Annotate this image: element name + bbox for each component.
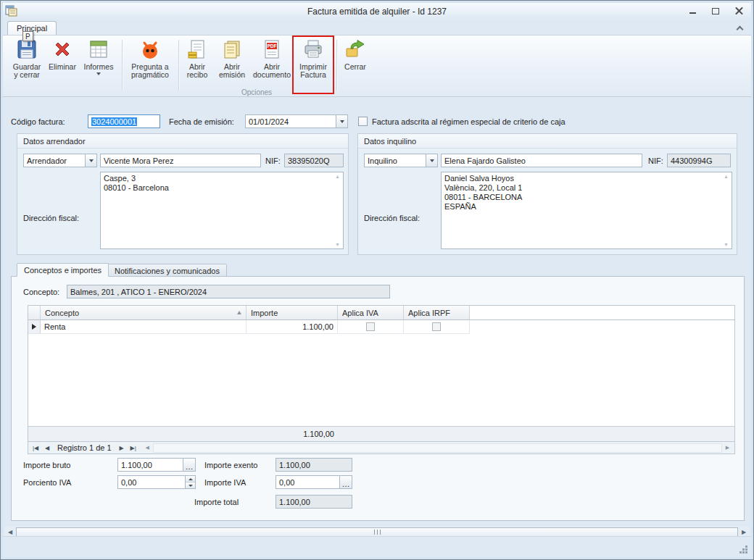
resize-grip-icon[interactable]	[745, 551, 747, 553]
column-header-aplica-irpf[interactable]: Aplica IRPF	[404, 306, 470, 320]
close-button[interactable]	[731, 5, 747, 17]
title-bar[interactable]: Factura emitida de alquiler - Id 1237	[3, 3, 751, 20]
inquilino-direccion-input[interactable]: Daniel Salva Hoyos València, 220, Local …	[441, 172, 732, 249]
cell-aplica-iva[interactable]	[338, 320, 404, 334]
svg-text:PDF: PDF	[268, 43, 277, 49]
informes-button[interactable]: Informes	[80, 38, 117, 90]
importe-iva-input[interactable]: 0,00 …	[276, 475, 352, 489]
fecha-emision-input[interactable]: 01/01/2024	[245, 114, 348, 128]
ellipsis-button[interactable]: …	[339, 476, 352, 488]
spin-down-button[interactable]	[186, 482, 195, 488]
prev-record-button[interactable]: ◀	[41, 445, 53, 451]
receipt-document-icon	[186, 38, 209, 61]
inquilino-nombre-input[interactable]: Elena Fajardo Galisteo	[441, 154, 642, 167]
scroll-right-icon[interactable]: ▶	[722, 445, 733, 451]
scroll-right-icon[interactable]: ▶	[738, 529, 750, 535]
grid-horizontal-scrollbar[interactable]: ◀ ▶	[142, 443, 733, 453]
arrendador-direccion-label: Dirección fiscal:	[23, 214, 79, 222]
cerrar-button[interactable]: Cerrar	[339, 38, 371, 90]
importe-total-label: Importe total	[194, 498, 239, 506]
scroll-down-icon[interactable]: ▼	[724, 242, 735, 247]
minimize-button[interactable]	[684, 5, 700, 17]
report-table-icon	[87, 38, 110, 61]
arrendador-direccion-input[interactable]: Caspe, 3 08010 - Barcelona	[100, 172, 344, 249]
pragmatico-mascot-icon	[138, 38, 162, 61]
regimen-caja-label: Factura adscrita al régimen especial de …	[372, 117, 566, 126]
abrir-documento-button[interactable]: PDF Abrir documento	[251, 38, 293, 90]
cell-concepto[interactable]: Renta	[41, 320, 246, 334]
minimize-icon	[689, 12, 696, 14]
scroll-up-icon[interactable]: ▲	[335, 174, 347, 179]
next-record-button[interactable]: ▶	[116, 445, 128, 451]
informes-label: Informes	[84, 63, 114, 71]
abrir-emision-label: Abrir emisión	[215, 63, 249, 79]
pregunta-pragmatico-button[interactable]: Pregunta a pragmático	[125, 38, 175, 90]
column-header-aplica-iva[interactable]: Aplica IVA	[338, 306, 404, 320]
date-dropdown-button[interactable]	[336, 115, 347, 128]
spinner-buttons[interactable]	[185, 476, 195, 488]
column-header-importe[interactable]: Importe	[246, 306, 338, 320]
application-window: Factura emitida de alquiler - Id 1237 Pr…	[0, 0, 754, 560]
arrendador-nombre-input[interactable]: Vicente Mora Perez	[100, 154, 261, 167]
grid-header-filler	[470, 306, 734, 320]
column-header-concepto[interactable]: Concepto	[41, 306, 246, 320]
sort-ascending-icon	[237, 311, 241, 314]
cell-aplica-irpf[interactable]	[404, 320, 470, 334]
datos-inquilino-group: Datos inquilino Inquilino Elena Fajardo …	[357, 133, 737, 255]
first-record-button[interactable]: |◀	[30, 445, 41, 451]
abrir-recibo-button[interactable]: Abrir recibo	[181, 38, 213, 90]
conceptos-tab-panel: Concepto: Balmes, 201 , ATICO 1 - ENERO/…	[11, 276, 745, 521]
datos-inquilino-title: Datos inquilino	[358, 134, 737, 149]
concepto-input[interactable]: Balmes, 201 , ATICO 1 - ENERO/2024	[67, 285, 390, 298]
codigo-factura-input[interactable]: 3024000001	[88, 114, 160, 128]
inquilino-nif-label: NIF:	[648, 156, 663, 165]
keytip-badge: P	[22, 31, 33, 41]
eliminar-button[interactable]: Eliminar	[46, 38, 78, 90]
scroll-down-icon[interactable]: ▼	[335, 242, 347, 247]
grid-header-row: Concepto Importe Aplica IVA Aplica IRPF	[28, 306, 734, 320]
close-icon	[735, 7, 743, 15]
spin-up-button[interactable]	[186, 476, 195, 482]
grid-row-renta[interactable]: Renta 1.100,00	[28, 320, 734, 334]
tab-notificaciones-comunicados[interactable]: Notificaciones y comunicados	[107, 264, 227, 277]
selected-text: 3024000001	[91, 117, 137, 126]
row-indicator-icon	[32, 324, 36, 330]
arrendador-selector[interactable]: Arrendador	[23, 154, 97, 167]
annotation-highlight-box	[292, 35, 334, 94]
grid-indicator-header	[28, 306, 41, 320]
importe-total-input[interactable]: 1.100,00	[276, 495, 352, 509]
maximize-icon	[712, 8, 719, 14]
ribbon-tab-row: Principal	[3, 20, 751, 35]
scroll-left-icon[interactable]: ◀	[142, 445, 153, 451]
conceptos-grid: Concepto Importe Aplica IVA Aplica IRPF …	[28, 305, 735, 442]
maximize-button[interactable]	[708, 5, 724, 17]
arrendador-nif-input[interactable]: 38395020Q	[284, 154, 344, 167]
abrir-emision-button[interactable]: Abrir emisión	[215, 38, 249, 90]
aplica-iva-checkbox[interactable]	[366, 322, 375, 331]
dropdown-button[interactable]	[85, 154, 96, 167]
pdf-document-icon: PDF	[260, 38, 283, 61]
inquilino-nif-input[interactable]: 44300994G	[667, 154, 731, 167]
chevron-down-icon	[89, 159, 94, 162]
summary-importe-value: 1.100,00	[28, 430, 338, 438]
aplica-irpf-checkbox[interactable]	[432, 322, 441, 331]
scroll-up-icon[interactable]: ▲	[724, 174, 735, 179]
tab-conceptos-importes[interactable]: Conceptos e importes	[17, 263, 109, 277]
dropdown-button[interactable]	[426, 154, 437, 167]
importe-bruto-input[interactable]: 1.100,00 …	[117, 458, 196, 472]
guardar-y-cerrar-label: Guardar y cerrar	[10, 63, 44, 79]
ribbon-collapse-button[interactable]	[734, 23, 745, 33]
concepto-label: Concepto:	[23, 288, 59, 296]
window-controls	[684, 5, 747, 17]
last-record-button[interactable]: ▶|	[128, 445, 139, 451]
importe-exento-input[interactable]: 1.100,00	[276, 458, 352, 472]
scrollbar-track[interactable]	[153, 443, 722, 453]
ellipsis-button[interactable]: …	[183, 459, 195, 471]
porciento-iva-input[interactable]: 0,00	[117, 475, 196, 489]
ribbon-separator	[122, 40, 123, 91]
regimen-caja-checkbox[interactable]	[358, 117, 368, 126]
inquilino-selector[interactable]: Inquilino	[364, 154, 438, 167]
scroll-left-icon[interactable]: ◀	[4, 529, 16, 535]
guardar-y-cerrar-button[interactable]: Guardar y cerrar	[10, 38, 44, 90]
cell-importe[interactable]: 1.100,00	[246, 320, 338, 334]
